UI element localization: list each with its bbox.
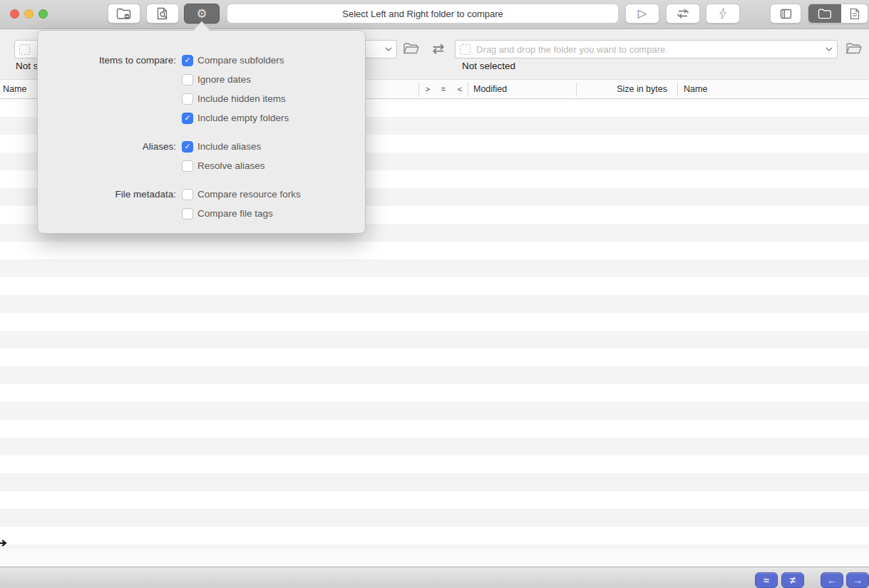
mouse-cursor [0,539,8,547]
view-mode-segmented-control [808,4,868,24]
file-metadata-group: File metadata: Compare resource forks Co… [38,185,365,223]
checkbox[interactable]: ✓ [182,113,193,124]
horizontal-scroll-zone[interactable] [0,550,869,567]
option-include-empty-folders: ✓ Include empty folders [182,108,289,128]
group-label: File metadata: [38,185,182,223]
right-folder-placeholder: Drag and drop the folder you want to com… [476,44,826,55]
bottom-status-bar: ≈ ≠ ← → [0,567,869,588]
play-icon: ▷ [638,8,647,19]
option-label: Include aliases [197,141,261,152]
option-include-aliases: ✓ Include aliases [182,137,265,156]
columns-icon [780,9,792,19]
compare-settings-popover: Items to compare: ✓ Compare subfolders I… [37,30,366,234]
option-include-hidden-items: Include hidden items [182,89,289,108]
right-pane-status: Not selected [462,61,515,71]
option-label: Include hidden items [197,93,286,104]
folder-icon [818,9,832,19]
repeat-icon [676,8,690,19]
column-divider[interactable] [418,82,419,96]
option-label: Resolve aliases [197,160,265,171]
lightning-icon [718,7,728,20]
group-label: Items to compare: [38,51,182,128]
drop-target-icon [460,44,471,55]
checkbox[interactable]: ✓ [182,55,193,66]
layout-columns-button[interactable] [770,4,801,24]
compare-equal-column-header[interactable]: = [438,80,448,98]
report-view-segment[interactable] [841,4,868,23]
column-divider[interactable] [468,82,468,96]
option-ignore-dates: Ignore dates [182,70,289,89]
document-icon [850,8,860,20]
swap-arrows-icon: ⇄ [433,40,445,57]
compare-greater-column-header[interactable]: > [423,80,433,98]
group-label: Aliases: [38,137,182,175]
open-folder-icon [845,42,863,55]
actions-button[interactable] [706,4,740,24]
option-compare-subfolders: ✓ Compare subfolders [182,51,289,70]
option-compare-file-tags: Compare file tags [182,204,301,223]
drop-target-icon [19,44,30,55]
copy-left-button[interactable]: ← [821,572,843,588]
filter-equal-button[interactable]: ≈ [755,572,778,588]
report-button[interactable] [146,4,179,24]
right-name-column-header[interactable]: Name [684,80,707,98]
option-label: Ignore dates [197,74,251,85]
folder-minus-icon [116,8,132,20]
status-title: Select Left and Right folder to compare [227,4,619,24]
exclude-folder-button[interactable] [108,4,140,24]
close-window-button[interactable] [10,9,19,19]
zoom-window-button[interactable] [38,9,48,19]
checkbox[interactable]: ✓ [182,141,193,153]
document-search-icon [156,7,169,21]
sync-button[interactable] [666,4,700,24]
open-folder-icon [403,42,420,55]
size-column-header[interactable]: Size in bytes [576,80,667,98]
app-window: ⚙ Select Left and Right folder to compar… [0,0,869,588]
left-name-column-header[interactable]: Name [3,80,26,98]
option-label: Compare file tags [197,208,273,219]
option-compare-resource-forks: Compare resource forks [182,185,301,204]
modified-column-header[interactable]: Modified [473,80,507,98]
gear-icon: ⚙ [196,8,207,20]
chevron-down-icon[interactable] [385,47,392,51]
approx-equal-icon: ≈ [763,574,769,586]
left-choose-folder-button[interactable] [401,39,421,58]
swap-folders-button[interactable]: ⇄ [428,38,449,58]
checkbox[interactable] [182,74,193,86]
checkbox[interactable] [182,160,193,172]
folder-view-segment[interactable] [808,4,841,23]
aliases-group: Aliases: ✓ Include aliases Resolve alias… [38,137,365,175]
option-label: Compare subfolders [197,55,284,66]
filter-not-equal-button[interactable]: ≠ [781,572,804,588]
not-equal-icon: ≠ [790,574,796,586]
checkbox[interactable] [182,189,193,200]
checkbox[interactable] [182,93,193,105]
copy-right-button[interactable]: → [846,572,869,588]
option-resolve-aliases: Resolve aliases [182,156,265,175]
toolbar: ⚙ Select Left and Right folder to compar… [0,0,869,29]
arrow-right-icon: → [853,574,863,586]
items-to-compare-group: Items to compare: ✓ Compare subfolders I… [38,51,365,128]
right-choose-folder-button[interactable] [844,39,864,58]
option-label: Include empty folders [197,113,289,123]
start-compare-button[interactable]: ▷ [625,4,659,24]
status-title-text: Select Left and Right folder to compare [342,9,503,19]
minimize-window-button[interactable] [24,9,34,19]
option-label: Compare resource forks [197,189,301,200]
chevron-down-icon[interactable] [826,47,833,51]
right-folder-combobox[interactable]: Drag and drop the folder you want to com… [455,40,838,58]
compare-less-column-header[interactable]: < [455,80,465,98]
column-divider[interactable] [677,82,678,96]
arrow-left-icon: ← [827,574,837,586]
checkbox[interactable] [182,208,193,220]
